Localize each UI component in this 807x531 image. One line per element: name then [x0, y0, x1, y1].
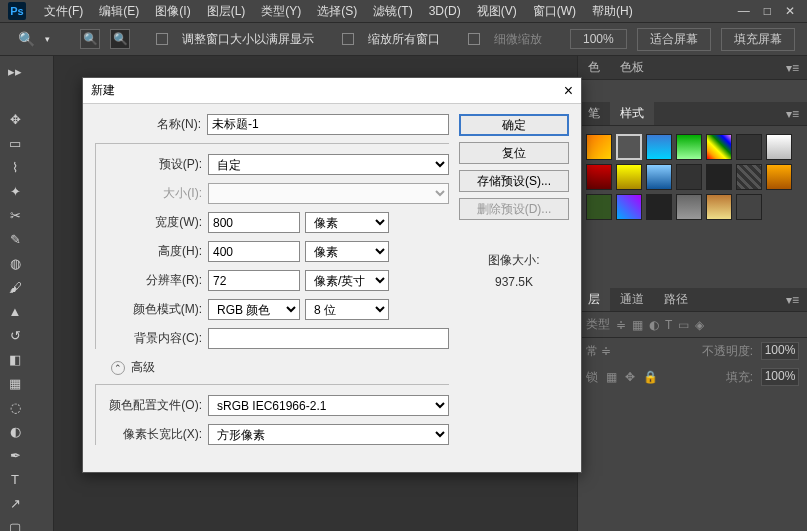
- resize-window-checkbox[interactable]: [156, 33, 168, 45]
- style-swatch[interactable]: [676, 164, 702, 190]
- path-tool[interactable]: ↗: [4, 492, 26, 514]
- background-select[interactable]: 透明: [208, 328, 449, 349]
- tab-channels[interactable]: 通道: [610, 288, 654, 311]
- blend-mode-dropdown[interactable]: 常 ≑: [586, 343, 611, 360]
- move-tool[interactable]: ✥: [4, 108, 26, 130]
- lasso-tool[interactable]: ⌇: [4, 156, 26, 178]
- menu-edit[interactable]: 编辑(E): [91, 3, 147, 20]
- lock-pixels-icon[interactable]: ▦: [606, 370, 617, 384]
- kind-dropdown[interactable]: ≑: [616, 318, 626, 332]
- lock-all-icon[interactable]: 🔒: [643, 370, 658, 384]
- filter-shape-icon[interactable]: ▭: [678, 318, 689, 332]
- style-swatch[interactable]: [736, 164, 762, 190]
- resolution-unit-select[interactable]: 像素/英寸: [305, 270, 389, 291]
- tab-swatches[interactable]: 色板: [610, 56, 654, 79]
- menu-select[interactable]: 选择(S): [309, 3, 365, 20]
- menu-layer[interactable]: 图层(L): [199, 3, 254, 20]
- color-profile-select[interactable]: sRGB IEC61966-2.1: [208, 395, 449, 416]
- fill-screen-button[interactable]: 填充屏幕: [721, 28, 795, 51]
- save-preset-button[interactable]: 存储预设(S)...: [459, 170, 569, 192]
- menu-file[interactable]: 文件(F): [36, 3, 91, 20]
- name-input[interactable]: [207, 114, 449, 135]
- dodge-tool[interactable]: ◐: [4, 420, 26, 442]
- crop-tool[interactable]: ✂: [4, 204, 26, 226]
- panel-menu-icon[interactable]: ▾≡: [778, 293, 807, 307]
- panel-menu-icon[interactable]: ▾≡: [778, 61, 807, 75]
- filter-adjust-icon[interactable]: ◐: [649, 318, 659, 332]
- tab-brushes[interactable]: 笔: [578, 102, 610, 125]
- style-swatch[interactable]: [616, 134, 642, 160]
- menu-3d[interactable]: 3D(D): [421, 4, 469, 18]
- width-unit-select[interactable]: 像素: [305, 212, 389, 233]
- healing-tool[interactable]: ◍: [4, 252, 26, 274]
- close-icon[interactable]: ✕: [785, 4, 795, 18]
- height-input[interactable]: [208, 241, 300, 262]
- style-swatch[interactable]: [706, 134, 732, 160]
- style-swatch[interactable]: [736, 194, 762, 220]
- menu-help[interactable]: 帮助(H): [584, 3, 641, 20]
- brush-tool[interactable]: 🖌: [4, 276, 26, 298]
- blur-tool[interactable]: ◌: [4, 396, 26, 418]
- scrubby-checkbox[interactable]: [468, 33, 480, 45]
- tab-paths[interactable]: 路径: [654, 288, 698, 311]
- panel-menu-icon[interactable]: ▾≡: [778, 107, 807, 121]
- color-mode-select[interactable]: RGB 颜色: [208, 299, 300, 320]
- zoom-in-button[interactable]: 🔍: [80, 29, 100, 49]
- height-unit-select[interactable]: 像素: [305, 241, 389, 262]
- type-tool[interactable]: T: [4, 468, 26, 490]
- style-swatch[interactable]: [586, 164, 612, 190]
- history-brush-tool[interactable]: ↺: [4, 324, 26, 346]
- close-icon[interactable]: ×: [564, 82, 573, 100]
- style-swatch[interactable]: [706, 164, 732, 190]
- shape-tool[interactable]: ▢: [4, 516, 26, 531]
- width-input[interactable]: [208, 212, 300, 233]
- resolution-input[interactable]: [208, 270, 300, 291]
- zoom-all-checkbox[interactable]: [342, 33, 354, 45]
- stamp-tool[interactable]: ▲: [4, 300, 26, 322]
- menu-type[interactable]: 类型(Y): [253, 3, 309, 20]
- fill-input[interactable]: 100%: [761, 368, 799, 386]
- pixel-aspect-select[interactable]: 方形像素: [208, 424, 449, 445]
- style-swatch[interactable]: [616, 164, 642, 190]
- tab-layers[interactable]: 层: [578, 288, 610, 311]
- maximize-icon[interactable]: □: [764, 4, 771, 18]
- menu-filter[interactable]: 滤镜(T): [365, 3, 420, 20]
- style-swatch[interactable]: [586, 194, 612, 220]
- cancel-button[interactable]: 复位: [459, 142, 569, 164]
- style-swatch[interactable]: [646, 194, 672, 220]
- zoom-100-button[interactable]: 100%: [570, 29, 627, 49]
- tab-styles[interactable]: 样式: [610, 102, 654, 125]
- eraser-tool[interactable]: ◧: [4, 348, 26, 370]
- pen-tool[interactable]: ✒: [4, 444, 26, 466]
- bit-depth-select[interactable]: 8 位: [305, 299, 389, 320]
- expand-toolbox-icon[interactable]: ▸▸: [4, 60, 26, 82]
- dialog-titlebar[interactable]: 新建 ×: [83, 78, 581, 104]
- fit-screen-button[interactable]: 适合屏幕: [637, 28, 711, 51]
- magic-wand-tool[interactable]: ✦: [4, 180, 26, 202]
- filter-smart-icon[interactable]: ◈: [695, 318, 704, 332]
- style-swatch[interactable]: [706, 194, 732, 220]
- eyedropper-tool[interactable]: ✎: [4, 228, 26, 250]
- menu-window[interactable]: 窗口(W): [525, 3, 584, 20]
- style-swatch[interactable]: [586, 134, 612, 160]
- menu-image[interactable]: 图像(I): [147, 3, 198, 20]
- dropdown-icon[interactable]: ▾: [45, 34, 50, 44]
- style-swatch[interactable]: [766, 164, 792, 190]
- filter-type-icon[interactable]: T: [665, 318, 672, 332]
- style-swatch[interactable]: [646, 164, 672, 190]
- style-swatch[interactable]: [616, 194, 642, 220]
- advanced-toggle[interactable]: ⌃ 高级: [111, 359, 449, 376]
- opacity-input[interactable]: 100%: [761, 342, 799, 360]
- style-swatch[interactable]: [736, 134, 762, 160]
- lock-position-icon[interactable]: ✥: [625, 370, 635, 384]
- style-swatch[interactable]: [766, 134, 792, 160]
- preset-select[interactable]: 自定: [208, 154, 449, 175]
- zoom-out-button[interactable]: 🔍: [110, 29, 130, 49]
- style-swatch[interactable]: [646, 134, 672, 160]
- menu-view[interactable]: 视图(V): [469, 3, 525, 20]
- tab-color[interactable]: 色: [578, 56, 610, 79]
- style-swatch[interactable]: [676, 134, 702, 160]
- minimize-icon[interactable]: ―: [738, 4, 750, 18]
- filter-pixel-icon[interactable]: ▦: [632, 318, 643, 332]
- gradient-tool[interactable]: ▦: [4, 372, 26, 394]
